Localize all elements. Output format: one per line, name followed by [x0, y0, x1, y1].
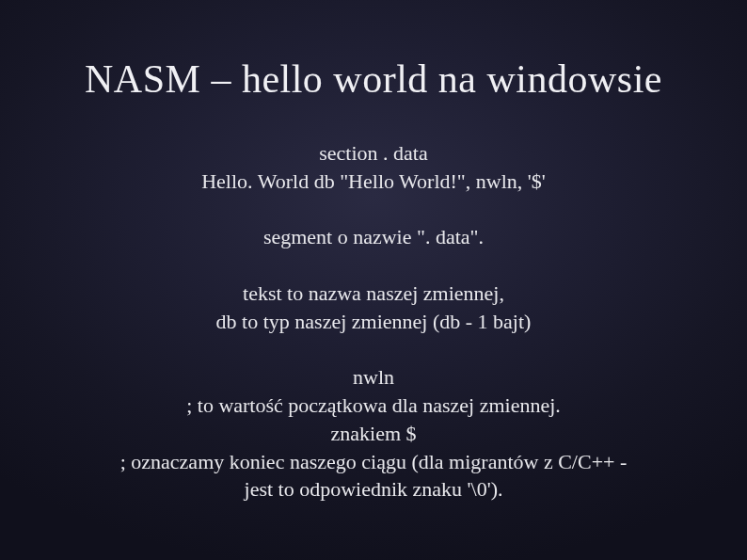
code-line: Hello. World db "Hello World!", nwln, '$…	[56, 168, 691, 196]
text-block-3: tekst to nazwa naszej zmiennej, db to ty…	[56, 280, 691, 335]
text-line: nwln	[56, 363, 691, 392]
text-line: segment o nazwie ". data".	[56, 223, 691, 251]
text-line: ; oznaczamy koniec naszego ciągu (dla mi…	[56, 448, 691, 476]
text-line: znakiem $	[56, 420, 691, 448]
text-line: jest to odpowiednik znaku '\0').	[56, 475, 691, 504]
slide-title: NASM – hello world na windowsie	[56, 56, 691, 102]
text-line: ; to wartość początkowa dla naszej zmien…	[56, 392, 691, 420]
text-line: tekst to nazwa naszej zmiennej,	[56, 280, 691, 308]
text-block-4: nwln ; to wartość początkowa dla naszej …	[56, 363, 691, 503]
text-block-2: segment o nazwie ". data".	[56, 223, 691, 251]
code-block-1: section . data Hello. World db "Hello Wo…	[56, 139, 691, 195]
code-line: section . data	[56, 139, 691, 168]
text-line: db to typ naszej zmiennej (db - 1 bajt)	[56, 308, 691, 336]
slide: NASM – hello world na windowsie section …	[0, 0, 747, 560]
